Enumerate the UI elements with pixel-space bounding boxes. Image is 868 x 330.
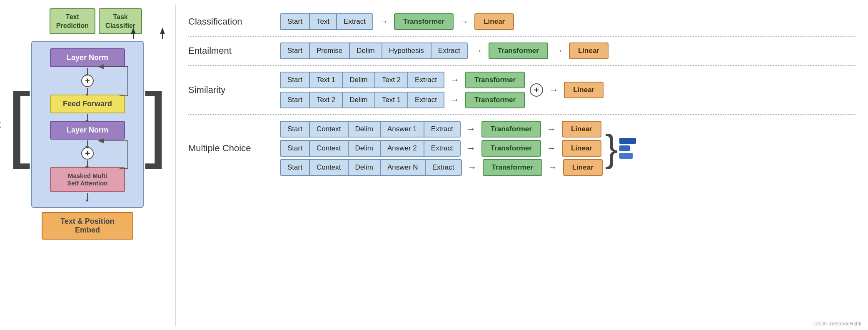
- right-panel: Classification Start Text Extract → Tran…: [176, 0, 868, 330]
- entailment-row: Entailment Start Premise Delim Hypothesi…: [188, 37, 856, 66]
- transformer-sim-1: Transformer: [465, 72, 525, 88]
- layer-norm-top: Layer Norm: [50, 48, 125, 67]
- arrow5: [87, 160, 88, 166]
- arrow-cls-2: →: [459, 16, 469, 27]
- linear-cls: Linear: [474, 13, 514, 30]
- layer-norm-bottom: Layer Norm: [50, 121, 125, 140]
- ent-token-extract: Extract: [432, 43, 467, 58]
- ent-token-premise: Premise: [310, 43, 350, 58]
- main-diagram: Text Prediction Task Classifier 12x: [0, 0, 868, 330]
- linear-sim: Linear: [564, 82, 604, 98]
- similarity-row: Similarity Start Text 1 Delim Text 2 Ext…: [188, 66, 856, 115]
- transformer-cls: Transformer: [394, 13, 454, 30]
- softmax-bars: [619, 138, 636, 159]
- classification-tokens: Start Text Extract: [280, 13, 373, 30]
- arrow3: [87, 114, 88, 120]
- nx-label: 12x: [0, 119, 1, 130]
- bar-3: [619, 153, 633, 159]
- mc-tokens-1: Start Context Delim Answer 1 Extract: [280, 121, 461, 138]
- mc-seq-row-3: Start Context Delim Answer N Extract → T…: [280, 159, 603, 176]
- arrow-ent-1: →: [474, 45, 483, 56]
- mc-label: Multiple Choice: [188, 143, 280, 154]
- classification-content: Start Text Extract → Transformer → Linea…: [280, 13, 514, 30]
- classification-row: Classification Start Text Extract → Tran…: [188, 8, 856, 37]
- arrow2: [87, 88, 88, 94]
- sim-row-1: Start Text 1 Delim Text 2 Extract → Tran…: [280, 72, 525, 88]
- mc-tokens-3: Start Context Delim Answer N Extract: [280, 159, 462, 176]
- sim-tokens-2: Start Text 2 Delim Text 1 Extract: [280, 92, 444, 108]
- sim-plus: +: [530, 83, 543, 97]
- transformer-mc-2: Transformer: [481, 140, 541, 157]
- bar-1: [619, 138, 636, 144]
- token-start-1: Start: [281, 14, 310, 29]
- arrow6: [87, 193, 88, 200]
- mc-right-bracket: }: [605, 130, 618, 167]
- mc-seq-row-2: Start Context Delim Answer 2 Extract → T…: [280, 140, 603, 157]
- mc-sequences: Start Context Delim Answer 1 Extract → T…: [280, 121, 603, 176]
- arrow4: [87, 140, 88, 146]
- token-extract-1: Extract: [337, 14, 372, 29]
- sim-tokens-1: Start Text 1 Delim Text 2 Extract: [280, 72, 444, 88]
- arrow-ent-2: →: [554, 45, 563, 56]
- linear-mc-3: Linear: [563, 159, 603, 176]
- transformer-stack: Layer Norm: [31, 41, 144, 208]
- masked-attn-box: Masked Multi Self Attention: [50, 167, 125, 192]
- entailment-tokens: Start Premise Delim Hypothesis Extract: [280, 42, 468, 59]
- token-text-1: Text: [310, 14, 337, 29]
- transformer-sim-2: Transformer: [465, 92, 525, 108]
- sim-row-2: Start Text 2 Delim Text 1 Extract → Tran…: [280, 92, 525, 108]
- feed-forward-box: Feed Forward: [50, 95, 125, 113]
- transformer-mc-1: Transformer: [481, 121, 541, 138]
- classification-label: Classification: [188, 16, 280, 27]
- ent-token-delim: Delim: [350, 43, 382, 58]
- left-bracket: [: [7, 81, 30, 164]
- text-prediction-label: Text Prediction: [56, 13, 89, 29]
- watermark: CSDN @BGoodHabit: [813, 321, 861, 327]
- arrow1: [87, 68, 88, 74]
- similarity-sequences: Start Text 1 Delim Text 2 Extract → Tran…: [280, 72, 525, 108]
- entailment-label: Entailment: [188, 45, 280, 56]
- transformer-mc-3: Transformer: [483, 159, 542, 176]
- mc-seq-row-1: Start Context Delim Answer 1 Extract → T…: [280, 121, 603, 138]
- ent-token-start: Start: [281, 43, 310, 58]
- plus-circle-2: +: [81, 147, 94, 160]
- linear-mc-2: Linear: [562, 140, 601, 157]
- similarity-label: Similarity: [188, 85, 280, 95]
- sim-combine: + → Linear: [530, 82, 604, 98]
- entailment-content: Start Premise Delim Hypothesis Extract →…: [280, 42, 609, 59]
- ent-token-hypothesis: Hypothesis: [382, 43, 432, 58]
- bar-2: [619, 145, 630, 151]
- mc-row: Multiple Choice Start Context Delim Answ…: [188, 115, 856, 182]
- linear-ent: Linear: [569, 42, 609, 59]
- embed-box: Text & Position Embed: [42, 212, 133, 240]
- mc-output: }: [605, 130, 636, 167]
- right-bracket: ]: [145, 81, 168, 164]
- mc-content: Start Context Delim Answer 1 Extract → T…: [280, 121, 636, 176]
- text-prediction-box: Text Prediction: [50, 8, 95, 34]
- similarity-content: Start Text 1 Delim Text 2 Extract → Tran…: [280, 72, 604, 108]
- plus-circle-1: +: [81, 75, 94, 87]
- mc-tokens-2: Start Context Delim Answer 2 Extract: [280, 140, 461, 157]
- task-classifier-label: Task Classifier: [105, 13, 135, 29]
- left-panel: Text Prediction Task Classifier 12x: [0, 0, 175, 330]
- arrow-cls-1: →: [379, 16, 388, 27]
- linear-mc-1: Linear: [562, 121, 601, 138]
- transformer-ent: Transformer: [489, 42, 548, 59]
